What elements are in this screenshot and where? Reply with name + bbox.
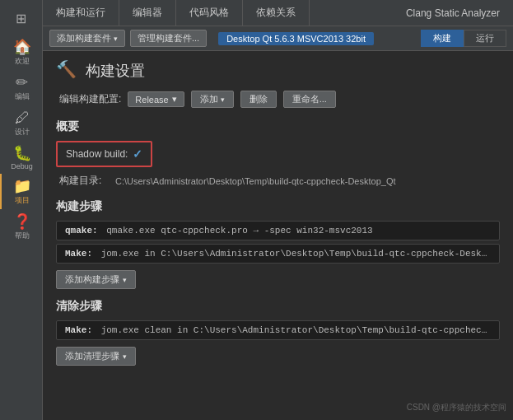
build-step-make: Make: jom.exe in C:\Users\Administrator\… [56,244,500,264]
debug-icon: 🐛 [13,146,31,161]
sidebar-label-help: 帮助 [15,231,30,241]
config-dropdown-arrow: ▾ [172,94,177,105]
main-panel: 构建和运行 编辑器 代码风格 依赖关系 Clang Static Analyze… [43,0,513,420]
sidebar-item-welcome[interactable]: 🏠 欢迎 [0,35,42,70]
sidebar: ⊞ 🏠 欢迎 ✏ 编辑 🖊 设计 🐛 Debug 📁 项目 ❓ 帮助 [0,0,43,420]
sub-tabs: 构建 运行 [421,30,506,47]
content-area: 🔨 构建设置 编辑构建配置: Release ▾ 添加 ▾ 删除 重命名... … [43,51,513,420]
build-dir-label: 构建目录: [59,174,109,188]
tab-code-style[interactable]: 代码风格 [176,0,243,26]
sidebar-item-help[interactable]: ❓ 帮助 [0,209,42,245]
rename-config-button[interactable]: 重命名... [283,91,336,108]
clean-make-key: Make: [65,325,92,335]
add-config-button[interactable]: 添加 ▾ [191,91,234,108]
add-kit-dropdown-arrow: ▾ [114,35,118,43]
sidebar-section: 🏠 欢迎 ✏ 编辑 🖊 设计 🐛 Debug 📁 项目 ❓ 帮助 [0,35,42,245]
clean-steps-title: 清除步骤 [56,299,500,314]
config-label: 编辑构建配置: [59,92,121,106]
qmake-key: qmake: [65,226,98,236]
project-icon: 📁 [13,179,31,194]
build-steps-section: 构建步骤 qmake: qmake.exe qtc-cppcheck.pro →… [56,199,500,289]
sub-tab-build[interactable]: 构建 [421,30,464,47]
sidebar-label-design: 设计 [15,127,30,138]
sidebar-item-design[interactable]: 🖊 设计 [0,105,42,141]
add-build-step-arrow: ▾ [123,276,127,284]
top-nav: 构建和运行 编辑器 代码风格 依赖关系 Clang Static Analyze… [43,0,513,26]
sidebar-label-debug: Debug [11,162,33,170]
sidebar-item-debug[interactable]: 🐛 Debug [0,141,42,174]
edit-icon: ✏ [16,75,28,90]
hammer-icon: 🔨 [56,59,79,82]
config-row: 编辑构建配置: Release ▾ 添加 ▾ 删除 重命名... [56,91,500,108]
section-title-row: 🔨 构建设置 [56,59,500,82]
add-clean-step-arrow: ▾ [123,352,127,361]
help-icon: ❓ [13,214,31,229]
kit-selector[interactable]: Desktop Qt 5.6.3 MSVC2013 32bit [218,32,374,45]
build-dir-row: 构建目录: C:\Users\Administrator\Desktop\Tem… [56,174,500,188]
add-config-arrow: ▾ [221,96,225,104]
delete-config-button[interactable]: 删除 [240,91,277,108]
tab-build-run[interactable]: 构建和运行 [43,0,119,26]
make-key: Make: [65,249,92,259]
sidebar-label-project: 项目 [15,195,30,206]
build-dir-path: C:\Users\Administrator\Desktop\Temp\buil… [115,176,396,186]
grid-icon[interactable]: ⊞ [7,3,36,33]
sidebar-item-project[interactable]: 📁 项目 [0,174,42,209]
shadow-build-box: Shadow build: ✓ [56,141,152,167]
design-icon: 🖊 [15,110,30,125]
add-build-step-button[interactable]: 添加构建步骤 ▾ [56,270,136,289]
tab-dependencies[interactable]: 依赖关系 [243,0,310,26]
section-title-text: 构建设置 [86,61,145,81]
config-select[interactable]: Release ▾ [128,91,184,107]
clean-make-value: jom.exe clean in C:\Users\Administrator\… [101,325,492,335]
build-step-qmake: qmake: qmake.exe qtc-cppcheck.pro → -spe… [56,221,500,240]
add-clean-step-button[interactable]: 添加清理步骤 ▾ [56,347,136,366]
clean-step-make: Make: jom.exe clean in C:\Users\Administ… [56,320,500,340]
overview-title: 概要 [56,119,500,134]
build-steps-title: 构建步骤 [56,199,500,214]
add-kit-button[interactable]: 添加构建套件 ▾ [49,30,125,47]
tab-clang[interactable]: Clang Static Analyzer [393,0,513,26]
make-value: jom.exe in C:\Users\Administrator\Deskto… [101,249,498,259]
welcome-icon: 🏠 [13,40,31,54]
sidebar-item-edit[interactable]: ✏ 编辑 [0,70,42,105]
qmake-value: qmake.exe qtc-cppcheck.pro → -spec win32… [106,226,372,236]
sidebar-label-welcome: 欢迎 [15,56,30,67]
sidebar-label-edit: 编辑 [15,91,30,102]
manage-kit-button[interactable]: 管理构建套件... [130,30,207,47]
watermark: CSDN @程序猿的技术空间 [407,402,506,413]
tab-editor[interactable]: 编辑器 [119,0,176,26]
shadow-build-label: Shadow build: [66,148,128,160]
shadow-build-checkbox[interactable]: ✓ [133,147,142,161]
sub-tab-run[interactable]: 运行 [464,30,506,47]
clean-steps-section: 清除步骤 Make: jom.exe clean in C:\Users\Adm… [56,299,500,366]
toolbar: 添加构建套件 ▾ 管理构建套件... Desktop Qt 5.6.3 MSVC… [43,26,513,51]
